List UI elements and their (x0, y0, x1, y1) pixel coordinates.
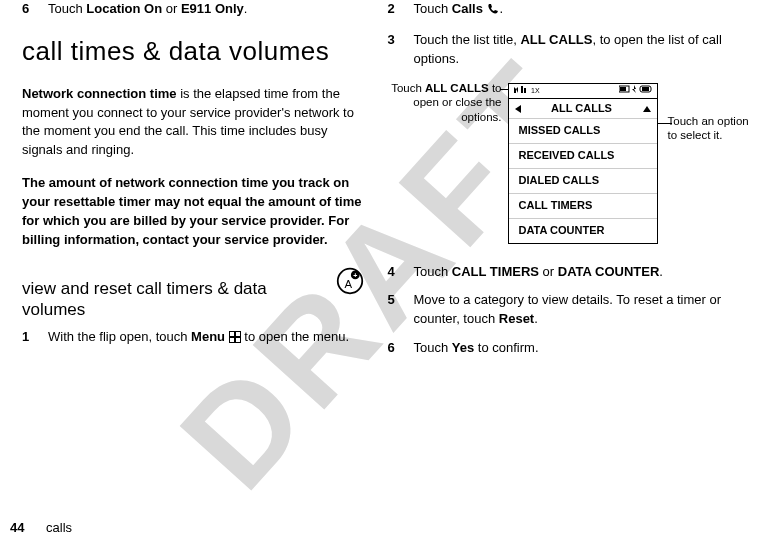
subheading-view-reset: view and reset call timers & data volume… (22, 279, 330, 320)
callout-all-calls: Touch ALL CALLS to open or close the opt… (384, 81, 502, 126)
menu-item-data-counter[interactable]: DATA COUNTER (509, 218, 657, 243)
leader-line-right (658, 123, 672, 124)
svg-text:A: A (344, 278, 352, 290)
svg-rect-9 (521, 86, 523, 93)
text: . (534, 311, 538, 326)
text: With the flip open, touch (48, 329, 191, 344)
step-text: Move to a category to view details. To r… (414, 291, 730, 329)
text: . (244, 1, 248, 16)
text: to confirm. (474, 340, 538, 355)
text: Touch (414, 264, 452, 279)
step-6-location: 6 Touch Location On or E911 Only. (22, 0, 364, 19)
reset-label: Reset (499, 311, 534, 326)
step-3-all-calls: 3 Touch the list title, ALL CALLS, to op… (388, 31, 730, 69)
yes-label: Yes (452, 340, 474, 355)
page-content: 6 Touch Location On or E911 Only. call t… (0, 0, 761, 548)
text: Touch (48, 1, 86, 16)
menu-item-call-timers[interactable]: CALL TIMERS (509, 193, 657, 218)
menu-label: Menu (191, 329, 225, 344)
text: or (162, 1, 181, 16)
heading-call-times: call times & data volumes (22, 37, 364, 67)
step-5-reset: 5 Move to a category to view details. To… (388, 291, 730, 329)
step-text: With the flip open, touch Menu to open t… (48, 328, 364, 349)
phone-menu-title-row[interactable]: ALL CALLS (509, 98, 657, 119)
menu-grid-icon (229, 330, 241, 349)
callout-option: Touch an option to select it. (668, 114, 760, 144)
step-2-calls: 2 Touch Calls . (388, 0, 730, 21)
option-e911-only: E911 Only (181, 1, 244, 16)
svg-rect-5 (230, 332, 234, 336)
step-text: Touch CALL TIMERS or DATA COUNTER. (414, 263, 730, 282)
menu-item-dialed[interactable]: DIALED CALLS (509, 168, 657, 193)
subheading-row: view and reset call timers & data volume… (22, 263, 364, 328)
svg-text:1X: 1X (531, 87, 540, 94)
step-text: Touch Yes to confirm. (414, 339, 730, 358)
step-4-timers: 4 Touch CALL TIMERS or DATA COUNTER. (388, 263, 730, 282)
svg-rect-15 (642, 87, 649, 91)
option-location-on: Location On (86, 1, 162, 16)
step-6-confirm: 6 Touch Yes to confirm. (388, 339, 730, 358)
text: . (500, 1, 504, 16)
all-calls-label: ALL CALLS (520, 32, 592, 47)
data-counter-label: DATA COUNTER (558, 264, 660, 279)
text: to open the menu. (241, 329, 349, 344)
step-text: Touch Calls . (414, 0, 730, 21)
step-1-menu: 1 With the flip open, touch Menu to open… (22, 328, 364, 349)
step-number: 6 (22, 0, 48, 19)
text: Touch (414, 1, 452, 16)
text: Touch (414, 340, 452, 355)
svg-rect-13 (620, 87, 626, 91)
battery-icons (619, 84, 653, 98)
permission-icon: + A (336, 267, 364, 295)
svg-rect-10 (524, 88, 526, 93)
phone-handset-icon (487, 2, 500, 21)
right-column: 2 Touch Calls . 3 Touch the list title, … (376, 0, 742, 548)
paragraph-network-time: Network connection time is the elapsed t… (22, 85, 364, 160)
phone-menu-illustration: Touch ALL CALLS to open or close the opt… (388, 79, 730, 249)
phone-screen: 1X ALL CALLS MIS (508, 83, 658, 245)
text: . (659, 264, 663, 279)
menu-item-received[interactable]: RECEIVED CALLS (509, 143, 657, 168)
back-triangle-icon (515, 105, 521, 113)
svg-text:+: + (353, 272, 357, 279)
text: or (539, 264, 558, 279)
step-number: 6 (388, 339, 414, 358)
svg-rect-6 (236, 332, 240, 336)
phone-status-bar: 1X (509, 84, 657, 98)
step-number: 4 (388, 263, 414, 282)
callout-bold: ALL CALLS (425, 82, 489, 94)
svg-rect-8 (236, 338, 240, 342)
up-triangle-icon (643, 106, 651, 112)
text: Touch (391, 82, 425, 94)
menu-item-missed[interactable]: MISSED CALLS (509, 118, 657, 143)
left-column: 6 Touch Location On or E911 Only. call t… (10, 0, 376, 548)
text: Touch the list title, (414, 32, 521, 47)
signal-icon: 1X (513, 84, 541, 98)
step-text: Touch Location On or E911 Only. (48, 0, 364, 19)
step-number: 5 (388, 291, 414, 329)
step-number: 1 (22, 328, 48, 349)
text: Move to a category to view details. To r… (414, 292, 722, 326)
call-timers-label: CALL TIMERS (452, 264, 539, 279)
svg-rect-7 (230, 338, 234, 342)
paragraph-billing-note: The amount of network connection time yo… (22, 174, 364, 249)
step-number: 2 (388, 0, 414, 21)
lead-bold: Network connection time (22, 86, 177, 101)
calls-label: Calls (452, 1, 483, 16)
phone-menu-title: ALL CALLS (551, 101, 612, 117)
step-number: 3 (388, 31, 414, 69)
step-text: Touch the list title, ALL CALLS, to open… (414, 31, 730, 69)
